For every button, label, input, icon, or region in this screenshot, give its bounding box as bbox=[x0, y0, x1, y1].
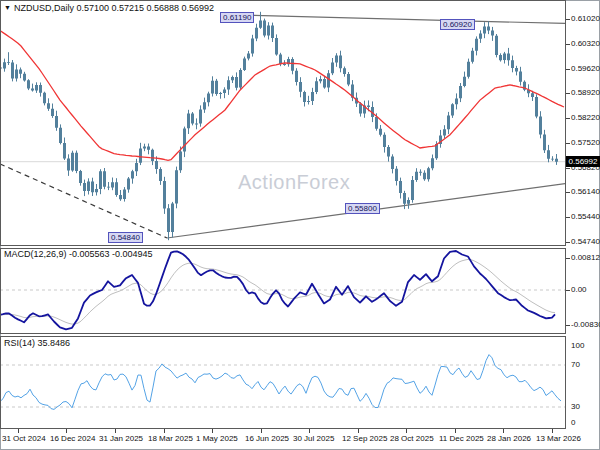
price-tick-label: 0.61020 bbox=[571, 14, 600, 23]
date-tick-label: 13 Mar 2026 bbox=[536, 434, 581, 443]
price-tick-mark bbox=[566, 192, 570, 193]
price-axis[interactable]: 0.56992 0.610200.603200.596200.589200.58… bbox=[566, 0, 600, 450]
price-tick-label: 0.58220 bbox=[571, 113, 600, 122]
trendline-dashed-0[interactable] bbox=[1, 164, 167, 238]
date-tick-mark bbox=[309, 429, 310, 433]
price-tick-mark bbox=[566, 19, 570, 20]
macd-canvas[interactable] bbox=[1, 249, 565, 333]
moving-average-line[interactable] bbox=[1, 31, 564, 161]
macd-tick-label: 0.008126 bbox=[571, 253, 600, 262]
price-tick-mark bbox=[566, 143, 570, 144]
price-tick-mark bbox=[566, 44, 570, 45]
price-tick-label: 0.55440 bbox=[571, 212, 600, 221]
rsi-panel[interactable] bbox=[0, 336, 566, 429]
date-tick-label: 28 Oct 2025 bbox=[390, 434, 434, 443]
price-tick-label: 0.58920 bbox=[571, 88, 600, 97]
price-chart-panel[interactable] bbox=[0, 0, 566, 246]
date-tick-mark bbox=[455, 429, 456, 433]
price-level-tag[interactable]: 0.60920 bbox=[440, 19, 475, 30]
macd-panel[interactable] bbox=[0, 248, 566, 334]
price-tick-label: 0.56140 bbox=[571, 187, 600, 196]
price-tick-mark bbox=[566, 242, 570, 243]
date-tick-mark bbox=[261, 429, 262, 433]
price-level-tag[interactable]: 0.54840 bbox=[108, 232, 143, 243]
price-tick-mark bbox=[566, 217, 570, 218]
date-tick-label: 12 Sep 2025 bbox=[342, 434, 387, 443]
rsi-indicator-label: RSI(14) 35.8486 bbox=[4, 338, 70, 348]
candlestick-canvas[interactable] bbox=[1, 1, 565, 245]
price-tick-mark bbox=[566, 93, 570, 94]
current-price-tag: 0.56992 bbox=[566, 156, 600, 167]
price-tick-mark bbox=[566, 168, 570, 169]
macd-tick-mark bbox=[566, 258, 570, 259]
macd-tick-label: -0.008301 bbox=[571, 320, 600, 329]
macd-tick-mark bbox=[566, 290, 570, 291]
chart-header: ▼NZDUSD,Daily 0.57100 0.57215 0.56888 0.… bbox=[4, 3, 214, 13]
date-tick-mark bbox=[66, 429, 67, 433]
date-tick-mark bbox=[406, 429, 407, 433]
date-tick-label: 16 Jun 2025 bbox=[245, 434, 289, 443]
rsi-tick-label: 100 bbox=[571, 341, 584, 350]
date-tick-label: 1 May 2025 bbox=[196, 434, 238, 443]
ohlc-readout: 0.57100 0.57215 0.56888 0.56992 bbox=[76, 3, 214, 13]
rsi-line[interactable] bbox=[1, 355, 561, 410]
date-tick-mark bbox=[212, 429, 213, 433]
rsi-tick-label: 0 bbox=[571, 418, 575, 427]
candle-wicks bbox=[1, 12, 557, 240]
price-tick-label: 0.57520 bbox=[571, 138, 600, 147]
date-tick-label: 16 Dec 2024 bbox=[50, 434, 95, 443]
date-tick-mark bbox=[503, 429, 504, 433]
date-tick-label: 31 Oct 2024 bbox=[2, 434, 46, 443]
macd-tick-label: 0.00 bbox=[571, 285, 587, 294]
date-tick-label: 11 Dec 2025 bbox=[439, 434, 484, 443]
date-tick-label: 18 Mar 2025 bbox=[148, 434, 193, 443]
candle-bodies bbox=[1, 21, 558, 233]
rsi-canvas[interactable] bbox=[1, 337, 565, 428]
symbol-timeframe-label: NZDUSD,Daily bbox=[14, 3, 74, 13]
date-tick-label: 30 Jul 2025 bbox=[293, 434, 334, 443]
price-level-tag[interactable]: 0.61190 bbox=[220, 12, 254, 23]
date-tick-mark bbox=[358, 429, 359, 433]
date-tick-mark bbox=[18, 429, 19, 433]
price-tick-label: 0.59620 bbox=[571, 64, 600, 73]
macd-indicator-label: MACD(12,26,9) -0.005563 -0.004945 bbox=[4, 249, 153, 259]
price-tick-mark bbox=[566, 69, 570, 70]
price-tick-label: 0.60320 bbox=[571, 39, 600, 48]
date-tick-mark bbox=[552, 429, 553, 433]
price-tick-mark bbox=[566, 118, 570, 119]
price-level-tag[interactable]: 0.55800 bbox=[345, 203, 380, 214]
price-tick-label: 0.54740 bbox=[571, 237, 600, 246]
rsi-tick-label: 70 bbox=[571, 360, 580, 369]
date-tick-mark bbox=[115, 429, 116, 433]
trading-chart-window: ▼NZDUSD,Daily 0.57100 0.57215 0.56888 0.… bbox=[0, 0, 600, 450]
actionforex-watermark: ActionForex bbox=[238, 171, 350, 194]
date-tick-mark bbox=[164, 429, 165, 433]
date-tick-label: 31 Jan 2025 bbox=[99, 434, 143, 443]
date-tick-label: 28 Jan 2026 bbox=[487, 434, 531, 443]
rsi-tick-label: 30 bbox=[571, 402, 580, 411]
symbol-dropdown-icon[interactable]: ▼ bbox=[4, 4, 11, 11]
trendline-solid-2[interactable] bbox=[252, 15, 565, 23]
macd-tick-mark bbox=[566, 325, 570, 326]
